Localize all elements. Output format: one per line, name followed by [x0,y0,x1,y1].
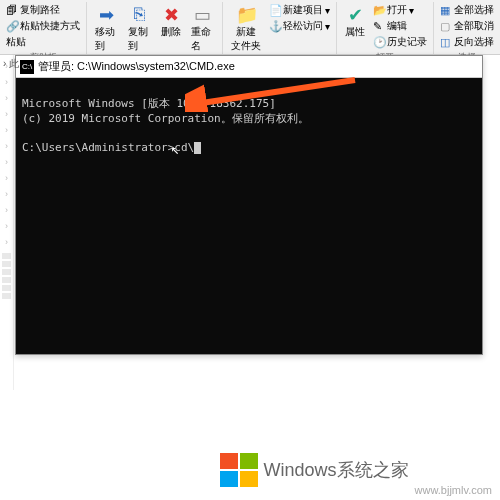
ribbon-group-select: ▦全部选择 ▢全部取消 ◫反向选择 选择 [434,2,500,54]
watermark-brand: Windows系统之家 [264,458,409,482]
breadcrumb[interactable]: › 此 [3,57,19,71]
open-button[interactable]: 📂打开 ▾ [371,2,429,18]
watermark-url: www.bjjmlv.com [415,484,492,496]
chevron-right-icon: › [0,109,13,119]
easy-access-button[interactable]: ⚓轻松访问 ▾ [267,18,332,34]
properties-button[interactable]: ✔属性 [341,2,369,41]
delete-button[interactable]: ✖删除 [157,2,185,41]
edit-icon: ✎ [373,20,385,32]
select-all-button[interactable]: ▦全部选择 [438,2,496,18]
paste-shortcut-button[interactable]: 🔗粘贴快捷方式 [4,18,82,34]
history-icon: 🕑 [373,36,385,48]
copy-to-icon: ⎘ [130,4,150,24]
invert-selection-button[interactable]: ◫反向选择 [438,34,496,50]
easy-access-icon: ⚓ [269,20,281,32]
cmd-terminal[interactable]: Microsoft Windows [版本 10.0.18362.175] (c… [16,78,482,354]
chevron-right-icon: › [0,125,13,135]
copy-path-icon: 🗐 [6,4,18,16]
new-folder-button[interactable]: 📁新建 文件夹 [227,2,265,55]
ribbon-group-new: 📁新建 文件夹 📄新建项目 ▾ ⚓轻松访问 ▾ 新建 [223,2,337,54]
new-folder-icon: 📁 [236,4,256,24]
cmd-icon: C:\ [20,60,34,74]
chevron-right-icon: › [0,93,13,103]
ribbon-toolbar: 🗐复制路径 🔗粘贴快捷方式 粘贴 剪贴板 ➡移动到 ⎘复制到 ✖删除 ▭重命名 … [0,0,500,55]
chevron-right-icon: › [0,189,13,199]
cmd-titlebar[interactable]: C:\ 管理员: C:\Windows\system32\CMD.exe [16,56,482,78]
new-item-icon: 📄 [269,4,281,16]
copy-to-button[interactable]: ⎘复制到 [124,2,155,55]
cmd-output-line: Microsoft Windows [版本 10.0.18362.175] [22,97,276,110]
delete-icon: ✖ [161,4,181,24]
chevron-right-icon: › [0,157,13,167]
ribbon-group-clipboard: 🗐复制路径 🔗粘贴快捷方式 粘贴 剪贴板 [0,2,87,54]
sidebar-strip: › › › › › › › › › › › › [0,55,14,390]
rename-icon: ▭ [193,4,213,24]
chevron-right-icon: › [0,221,13,231]
new-item-button[interactable]: 📄新建项目 ▾ [267,2,332,18]
drive-bar [2,277,11,283]
drive-bar [2,253,11,259]
drive-bar [2,269,11,275]
select-all-icon: ▦ [440,4,452,16]
drive-bar [2,285,11,291]
chevron-right-icon: › [0,141,13,151]
chevron-right-icon: › [0,237,13,247]
move-to-icon: ➡ [97,4,117,24]
ribbon-group-organize: ➡移动到 ⎘复制到 ✖删除 ▭重命名 组织 [87,2,223,54]
move-to-button[interactable]: ➡移动到 [91,2,122,55]
drive-bar [2,293,11,299]
cursor-icon [194,142,201,154]
invert-selection-icon: ◫ [440,36,452,48]
watermark: Windows系统之家 www.bjjmlv.com [0,440,500,500]
copy-path-button[interactable]: 🗐复制路径 [4,2,82,18]
rename-button[interactable]: ▭重命名 [187,2,218,55]
properties-icon: ✔ [345,4,365,24]
select-none-button[interactable]: ▢全部取消 [438,18,496,34]
chevron-right-icon: › [0,173,13,183]
select-none-icon: ▢ [440,20,452,32]
cmd-prompt: C:\Users\Administrator> [22,141,174,154]
ribbon-group-open: ✔属性 📂打开 ▾ ✎编辑 🕑历史记录 打开 [337,2,434,54]
paste-shortcut-icon: 🔗 [6,20,18,32]
paste-button[interactable]: 粘贴 [4,34,82,50]
chevron-right-icon: › [0,205,13,215]
chevron-down-icon: ▾ [325,5,330,16]
open-icon: 📂 [373,4,385,16]
drive-bar [2,261,11,267]
cmd-output-line: (c) 2019 Microsoft Corporation。保留所有权利。 [22,112,309,125]
cmd-window: C:\ 管理员: C:\Windows\system32\CMD.exe Mic… [15,55,483,355]
chevron-right-icon: › [0,77,13,87]
history-button[interactable]: 🕑历史记录 [371,34,429,50]
cmd-input-text: cd\ [174,141,194,154]
edit-button[interactable]: ✎编辑 [371,18,429,34]
chevron-down-icon: ▾ [325,21,330,32]
windows-logo-icon [220,453,258,487]
chevron-down-icon: ▾ [409,5,414,16]
cmd-title: 管理员: C:\Windows\system32\CMD.exe [38,59,478,74]
